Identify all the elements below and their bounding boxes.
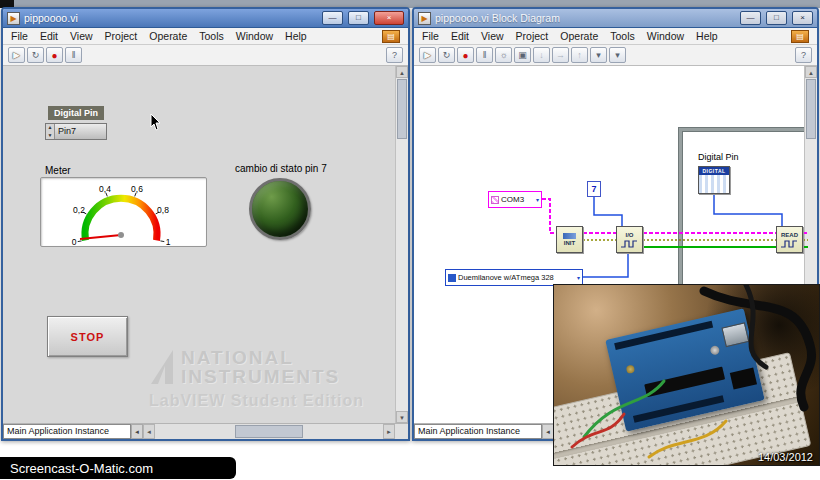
menu-view[interactable]: View xyxy=(481,30,504,42)
digital-pin-value[interactable]: Pin7 xyxy=(55,124,106,139)
maximize-button[interactable]: □ xyxy=(348,11,369,25)
block-diagram-titlebar[interactable]: ▶ pippoooo.vi Block Diagram — □ × xyxy=(414,9,817,28)
scroll-up-icon[interactable]: ▲ xyxy=(396,66,408,78)
visa-icon xyxy=(491,196,499,204)
resize-grip[interactable] xyxy=(395,424,408,439)
square-wave-icon xyxy=(620,239,639,248)
led-label: cambio di stato pin 7 xyxy=(235,163,327,174)
visa-resource-constant[interactable]: COM3 ▾ xyxy=(488,191,542,208)
stop-button[interactable]: STOP xyxy=(47,316,128,357)
menu-help[interactable]: Help xyxy=(696,30,718,42)
menu-window[interactable]: Window xyxy=(236,30,273,42)
front-panel-window: ▶ pippoooo.vi — □ × File Edit View Proje… xyxy=(1,7,410,441)
pin-number-constant[interactable]: 7 xyxy=(587,181,601,197)
cable xyxy=(746,285,766,367)
menu-window[interactable]: Window xyxy=(647,30,684,42)
arduino-io-node[interactable]: I/O xyxy=(616,226,643,253)
digital-pin-selector[interactable]: ▲ ▼ Pin7 xyxy=(45,123,107,140)
meter-hub xyxy=(118,232,124,238)
abort-button[interactable]: ● xyxy=(457,47,474,63)
menu-edit[interactable]: Edit xyxy=(451,30,469,42)
highlight-execution-button[interactable]: ☼ xyxy=(495,47,512,63)
menu-view[interactable]: View xyxy=(70,30,93,42)
menu-project[interactable]: Project xyxy=(105,30,138,42)
menu-help[interactable]: Help xyxy=(285,30,307,42)
close-button[interactable]: × xyxy=(374,11,404,25)
run-continuous-button[interactable]: ↻ xyxy=(27,47,44,63)
stepper-buttons[interactable]: ▲ ▼ xyxy=(46,124,55,139)
menu-edit[interactable]: Edit xyxy=(40,30,58,42)
arduino-read-node[interactable]: READ xyxy=(776,226,803,253)
increment-icon[interactable]: ▲ xyxy=(46,124,54,132)
green-wire xyxy=(584,381,664,437)
status-led[interactable] xyxy=(249,178,311,240)
tick-label-02: 0,2 xyxy=(73,205,85,215)
front-panel-menubar: File Edit View Project Operate Tools Win… xyxy=(3,28,408,45)
context-help-button[interactable]: ? xyxy=(386,47,403,63)
ni-logo xyxy=(149,348,175,386)
arduino-init-node[interactable]: INIT xyxy=(556,226,583,253)
labview-vi-icon: ▶ xyxy=(7,12,20,25)
com-port-value[interactable]: COM3 xyxy=(501,195,524,204)
menu-tools[interactable]: Tools xyxy=(610,30,635,42)
labview-badge-icon: ▤ xyxy=(382,30,400,43)
retain-wire-values-button[interactable]: ▣ xyxy=(514,47,531,63)
app-instance-combo[interactable]: Main Application Instance xyxy=(414,424,542,439)
step-over-button[interactable]: → xyxy=(552,47,569,63)
tick-label-0: 0 xyxy=(72,237,77,246)
pause-button[interactable]: ‖ xyxy=(476,47,493,63)
scroll-left-icon[interactable]: ◄ xyxy=(143,424,155,439)
node-icon xyxy=(563,233,576,239)
meter-gauge[interactable]: 0 0,2 0,4 0,6 0,8 1 xyxy=(40,177,207,247)
menu-tools[interactable]: Tools xyxy=(199,30,224,42)
maximize-button[interactable]: □ xyxy=(766,11,787,25)
block-diagram-toolbar: ▶ ↻ ● ‖ ☼ ▣ ↓ → ↑ ▾ ▾ ? xyxy=(414,45,817,66)
menu-project[interactable]: Project xyxy=(516,30,549,42)
read-label: READ xyxy=(781,232,798,238)
scroll-down-icon[interactable]: ▼ xyxy=(396,411,408,423)
run-button[interactable]: ▶ xyxy=(419,47,436,63)
screencast-watermark-text: Screencast-O-Matic.com xyxy=(10,461,153,476)
menu-operate[interactable]: Operate xyxy=(149,30,187,42)
run-continuous-button[interactable]: ↻ xyxy=(438,47,455,63)
tick-label-04: 0,4 xyxy=(99,184,111,194)
front-panel-canvas[interactable]: Digital Pin ▲ ▼ Pin7 Meter xyxy=(3,66,408,423)
front-panel-hscrollbar[interactable]: ◄ ► xyxy=(143,424,395,439)
front-panel-vscrollbar[interactable]: ▲ ▼ xyxy=(395,66,408,423)
close-button[interactable]: × xyxy=(792,11,813,25)
front-panel-titlebar[interactable]: ▶ pippoooo.vi — □ × xyxy=(3,9,408,28)
watermark-line2: INSTRUMENTS xyxy=(181,367,340,386)
dropdown-icon[interactable]: ▾ xyxy=(536,196,539,203)
distribute-objects-dropdown[interactable]: ▾ xyxy=(609,47,626,63)
enum-icon xyxy=(448,274,456,282)
step-into-button[interactable]: ↓ xyxy=(533,47,550,63)
minimize-button[interactable]: — xyxy=(740,11,761,25)
combo-arrow-icon[interactable]: ◄ xyxy=(131,424,143,439)
mouse-cursor xyxy=(150,113,163,132)
decrement-icon[interactable]: ▼ xyxy=(46,132,54,140)
digital-pin-constant[interactable]: DIGITAL xyxy=(698,166,730,194)
context-help-button[interactable]: ? xyxy=(795,47,812,63)
app-instance-combo[interactable]: Main Application Instance xyxy=(3,424,131,439)
menu-file[interactable]: File xyxy=(11,30,28,42)
meter-scale: 0 0,2 0,4 0,6 0,8 1 xyxy=(41,178,206,246)
hscroll-thumb[interactable] xyxy=(235,425,303,438)
align-objects-dropdown[interactable]: ▾ xyxy=(590,47,607,63)
vscroll-thumb[interactable] xyxy=(397,79,407,139)
board-type-value[interactable]: Duemilanove w/ATmega 328 xyxy=(458,273,554,282)
tick-label-08: 0,8 xyxy=(157,205,169,215)
scroll-right-icon[interactable]: ► xyxy=(383,424,395,439)
webcam-overlay: 14/03/2012 xyxy=(553,284,820,466)
pause-button[interactable]: ‖ xyxy=(65,47,82,63)
webcam-timestamp: 14/03/2012 xyxy=(758,451,813,463)
minimize-button[interactable]: — xyxy=(322,11,343,25)
window-title: pippoooo.vi xyxy=(24,12,317,24)
labview-badge-icon: ▤ xyxy=(791,30,809,43)
step-out-button[interactable]: ↑ xyxy=(571,47,588,63)
dropdown-icon[interactable]: ▾ xyxy=(577,274,580,281)
menu-file[interactable]: File xyxy=(422,30,439,42)
abort-button[interactable]: ● xyxy=(46,47,63,63)
menu-operate[interactable]: Operate xyxy=(560,30,598,42)
run-button[interactable]: ▶ xyxy=(8,47,25,63)
io-label: I/O xyxy=(625,232,633,238)
